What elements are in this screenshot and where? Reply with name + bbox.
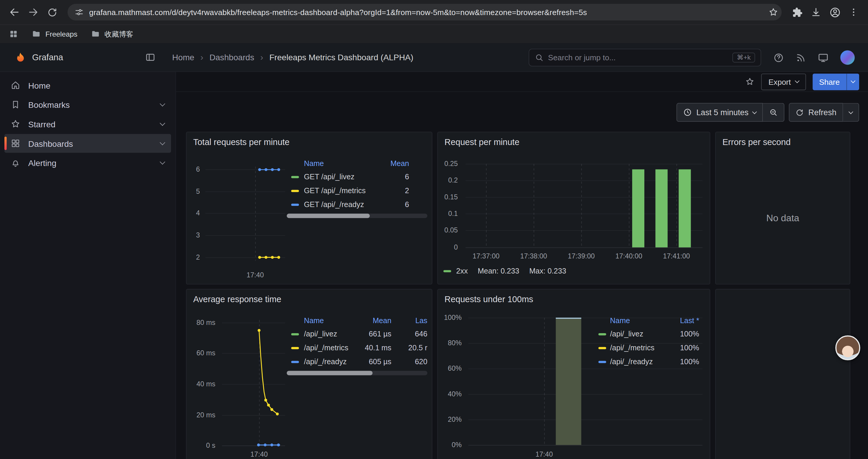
bar-2xx — [655, 169, 668, 247]
legend-row[interactable]: /api/_/readyz 100% — [594, 355, 699, 369]
downloads-icon[interactable] — [807, 3, 825, 21]
sidebar-item-alerting[interactable]: Alerting — [4, 153, 171, 172]
favorite-star-icon[interactable] — [745, 77, 754, 86]
legend-row[interactable]: /api/_livez 661 µs 646 — [287, 327, 428, 341]
folder-icon — [32, 29, 41, 39]
y-axis-label: 0 — [441, 243, 458, 252]
series-color — [291, 347, 299, 349]
refresh-interval-picker[interactable] — [843, 103, 859, 122]
panel-legend: Name Mean Las /api/_livez 661 µs 646 /ap… — [287, 314, 428, 368]
series-color — [291, 203, 299, 205]
bookmark-star-icon[interactable] — [769, 7, 778, 17]
panel-legend: Name Mean GET /api/_livez 6 GET /api/_/m… — [287, 157, 428, 211]
panel-request-per-minute: Request per minute 0.25 0.2 0.15 0.1 0.0… — [437, 132, 710, 285]
sidebar-item-bookmarks[interactable]: Bookmarks — [4, 95, 171, 114]
panel-legend: Name Last * /api/_livez 100% /api/_/metr… — [594, 314, 703, 368]
clock-icon — [683, 108, 692, 117]
search-input[interactable] — [548, 53, 728, 62]
legend-row[interactable]: 2xx — [443, 267, 468, 275]
panel-average-response-time: Average response time 80 ms 60 ms 40 ms … — [186, 289, 433, 459]
legend-scrollbar[interactable] — [287, 371, 428, 375]
forward-icon[interactable] — [24, 3, 42, 21]
url-text[interactable]: grafana.mathmast.com/d/deytv4rwavabkb/fr… — [89, 8, 763, 17]
legend-scrollbar[interactable] — [287, 214, 428, 218]
time-range-picker[interactable]: Last 5 minutes — [677, 103, 763, 122]
y-axis-label: 0% — [440, 440, 462, 449]
display-icon[interactable] — [817, 52, 829, 63]
sidebar-item-starred[interactable]: Starred — [4, 114, 171, 133]
bookmark-freeleaps[interactable]: Freeleaps — [32, 29, 78, 39]
legend-row[interactable]: /api/_livez 100% — [594, 327, 699, 341]
time-controls: Last 5 minutes Refresh — [677, 103, 860, 122]
chevron-down-icon[interactable] — [160, 159, 165, 165]
back-icon[interactable] — [6, 3, 23, 21]
export-button[interactable]: Export — [761, 73, 806, 90]
reload-icon[interactable] — [43, 3, 61, 21]
no-data-message: No data — [716, 213, 850, 224]
y-axis-label: 40% — [440, 390, 462, 398]
bar-under-100ms — [556, 318, 581, 445]
help-icon[interactable] — [773, 52, 784, 63]
legend-col-name[interactable]: Name — [610, 316, 666, 325]
legend-row[interactable]: /api/_/metrics 40.1 ms 20.5 r — [287, 341, 428, 355]
site-settings-icon[interactable] — [75, 8, 84, 17]
grafana-header: Grafana Home Dashboards Freeleaps Metric… — [0, 43, 868, 72]
sidebar-item-home[interactable]: Home — [4, 76, 171, 95]
grafana-logo — [14, 51, 27, 63]
y-axis-label: 0.05 — [441, 226, 458, 234]
url-bar[interactable]: grafana.mathmast.com/d/deytv4rwavabkb/fr… — [68, 4, 782, 21]
breadcrumb-separator — [260, 52, 263, 62]
panel-errors-per-second: Errors per second No data — [715, 132, 850, 285]
chevron-down-icon — [850, 78, 855, 83]
legend-row[interactable]: GET /api/_/metrics 2 — [287, 184, 428, 198]
panel-title[interactable]: Requests under 100ms — [438, 290, 710, 304]
breadcrumb-dashboards[interactable]: Dashboards — [210, 53, 254, 62]
legend-col-mean[interactable]: Mean — [381, 159, 409, 167]
zoom-out-icon — [769, 108, 778, 117]
dashboard-canvas: Export Share Last 5 minutes — [176, 72, 868, 459]
series-color — [598, 333, 606, 335]
panel-title[interactable]: Request per minute — [438, 132, 710, 147]
legend-row[interactable]: GET /api/_livez 6 — [287, 170, 428, 184]
extensions-icon[interactable] — [788, 3, 806, 21]
legend-col-name[interactable]: Name — [304, 316, 359, 325]
chevron-down-icon[interactable] — [160, 140, 165, 145]
legend-col-mean[interactable]: Mean — [359, 316, 392, 325]
breadcrumb-separator — [200, 52, 203, 62]
y-axis-label: 0.15 — [441, 193, 458, 201]
legend-col-last[interactable]: Las — [392, 316, 428, 325]
series-color — [443, 270, 451, 272]
share-menu-arrow[interactable] — [846, 73, 859, 90]
profile-icon[interactable] — [826, 3, 844, 21]
search-box[interactable]: ⌘+k — [529, 49, 761, 66]
chevron-down-icon[interactable] — [160, 121, 165, 126]
dashboards-grid-icon — [11, 138, 21, 148]
rss-icon[interactable] — [796, 52, 806, 63]
panel-title[interactable]: Errors per second — [716, 132, 850, 147]
bookmark-blog[interactable]: 收藏博客 — [91, 29, 133, 39]
series-color — [598, 347, 606, 349]
breadcrumb-home[interactable]: Home — [172, 53, 194, 62]
apps-grid-icon[interactable] — [9, 29, 18, 39]
y-axis-label: 0.1 — [441, 209, 458, 218]
x-axis-label: 17:40 — [239, 270, 272, 280]
home-icon — [11, 80, 21, 90]
share-button[interactable]: Share — [812, 73, 859, 90]
refresh-button[interactable]: Refresh — [789, 103, 843, 122]
x-axis-label: 17:37:00 — [468, 252, 504, 261]
user-avatar[interactable] — [840, 51, 855, 65]
legend-col-last[interactable]: Last * — [666, 316, 699, 325]
chevron-down-icon — [752, 109, 757, 114]
assistant-avatar[interactable] — [835, 335, 860, 360]
legend-row[interactable]: GET /api/_/readyz 6 — [287, 198, 428, 211]
legend-row[interactable]: /api/_/readyz 605 µs 620 — [287, 355, 428, 369]
zoom-out-button[interactable] — [763, 103, 784, 122]
refresh-icon — [796, 108, 804, 117]
legend-row[interactable]: /api/_/metrics 100% — [594, 341, 699, 355]
legend-col-name[interactable]: Name — [304, 159, 381, 167]
dock-menu-icon[interactable] — [145, 52, 156, 63]
browser-menu-icon[interactable] — [845, 3, 862, 21]
chevron-down-icon[interactable] — [160, 101, 165, 107]
x-axis-label: 17:40:00 — [611, 252, 647, 261]
sidebar-item-dashboards[interactable]: Dashboards — [4, 134, 171, 153]
